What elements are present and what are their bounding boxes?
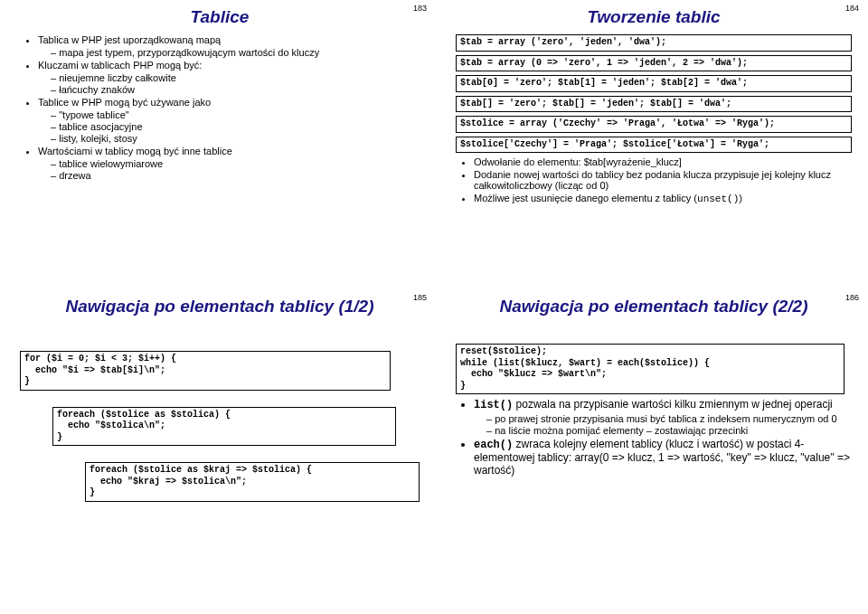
code-block: $tab[0] = 'zero'; $tab[1] = 'jeden'; $ta… xyxy=(456,75,852,92)
bullet-list: Odwołanie do elementu: $tab[wyrażenie_kl… xyxy=(456,156,852,204)
slide-number: 185 xyxy=(413,293,427,302)
text: Tablica w PHP jest uporządkowaną mapą xyxy=(38,34,221,45)
code-block: reset($stolice); while (list($klucz, $wa… xyxy=(456,344,844,394)
sub-bullet: tablice asocjacyjne xyxy=(51,121,420,132)
bullet: Możliwe jest usunięcie danego elementu z… xyxy=(474,193,852,204)
text: Kluczami w tablicach PHP mogą być: xyxy=(38,60,202,71)
sub-bullet: tablice wielowymiarowe xyxy=(51,158,420,169)
bullet: Wartościami w tablicy mogą być inne tabl… xyxy=(38,146,420,181)
slide-number: 184 xyxy=(845,4,859,13)
code-inline: list() xyxy=(474,399,513,411)
slide-183: 183 Tablice Tablica w PHP jest uporządko… xyxy=(0,0,436,289)
sub-bullet: łańcuchy znaków xyxy=(51,84,420,95)
sub-bullet: mapa jest typem, przyporządkowującym war… xyxy=(51,47,420,58)
code-block: $stolice = array ('Czechy' => 'Praga', '… xyxy=(456,116,852,133)
sub-bullet: drzewa xyxy=(51,170,420,181)
code-block: foreach ($stolice as $kraj => $stolica) … xyxy=(85,462,420,502)
slide-185: 185 Nawigacja po elementach tablicy (1/2… xyxy=(0,289,436,614)
slide-title: Tworzenie tablic xyxy=(456,7,852,27)
slide-186: 186 Nawigacja po elementach tablicy (2/2… xyxy=(436,289,868,614)
sub-bullet: "typowe tablice" xyxy=(51,109,420,120)
code-block: for ($i = 0; $i < 3; $i++) { echo "$i =>… xyxy=(20,351,391,391)
text: Tablice w PHP mogą być używane jako xyxy=(38,97,211,108)
slide-number: 186 xyxy=(845,293,859,302)
slide-184: 184 Tworzenie tablic $tab = array ('zero… xyxy=(436,0,868,289)
text: Możliwe jest usunięcie danego elementu z… xyxy=(474,193,697,203)
slides-grid: 183 Tablice Tablica w PHP jest uporządko… xyxy=(0,0,868,614)
code-block: $tab = array ('zero', 'jeden', 'dwa'); xyxy=(456,34,852,52)
text: Wartościami w tablicy mogą być inne tabl… xyxy=(38,146,232,156)
code-inline: unset() xyxy=(697,194,739,204)
code-block: $tab[] = 'zero'; $tab[] = 'jeden'; $tab[… xyxy=(456,96,852,113)
code-block: $stolice['Czechy'] = 'Praga'; $stolice['… xyxy=(456,137,852,154)
bullet: Tablica w PHP jest uporządkowaną mapą ma… xyxy=(38,34,420,58)
text: pozwala na przypisanie wartości kilku zm… xyxy=(513,398,833,411)
sub-bullet: nieujemne liczby całkowite xyxy=(51,72,420,83)
slide-number: 183 xyxy=(413,4,427,13)
slide-title: Nawigacja po elementach tablicy (2/2) xyxy=(456,297,852,316)
bullet-list: Tablica w PHP jest uporządkowaną mapą ma… xyxy=(20,34,420,181)
sub-bullet: po prawej stronie przypisania musi być t… xyxy=(486,413,852,424)
bullet-list: list() pozwala na przypisanie wartości k… xyxy=(456,398,852,477)
slide-title: Tablice xyxy=(20,7,420,27)
sub-bullet: listy, kolejki, stosy xyxy=(51,133,420,144)
bullet: Odwołanie do elementu: $tab[wyrażenie_kl… xyxy=(474,156,852,167)
bullet: Tablice w PHP mogą być używane jako "typ… xyxy=(38,97,420,144)
code-block: $tab = array (0 => 'zero', 1 => 'jeden',… xyxy=(456,55,852,72)
code-block: foreach ($stolice as $stolica) { echo "$… xyxy=(52,407,396,447)
slide-title: Nawigacja po elementach tablicy (1/2) xyxy=(20,297,420,316)
text: ) xyxy=(739,193,742,203)
code-inline: each() xyxy=(474,439,513,451)
text: zwraca kolejny element tablicy (klucz i … xyxy=(474,438,850,477)
sub-bullet: na liście można pomijać elementy – zosta… xyxy=(486,425,852,436)
bullet: each() zwraca kolejny element tablicy (k… xyxy=(474,438,852,477)
bullet: Dodanie nowej wartości do tablicy bez po… xyxy=(474,169,852,191)
bullet: Kluczami w tablicach PHP mogą być: nieuj… xyxy=(38,60,420,95)
bullet: list() pozwala na przypisanie wartości k… xyxy=(474,398,852,436)
